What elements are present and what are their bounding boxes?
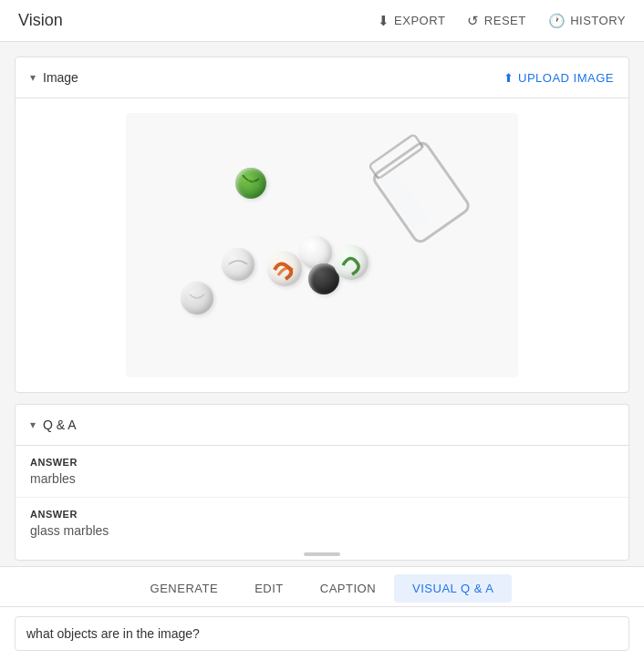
image-section-label: ▾ Image [30, 70, 78, 85]
marble-3 [222, 248, 254, 281]
answer-text-1: marbles [30, 471, 614, 486]
history-icon: 🕐 [548, 13, 566, 29]
tab-generate[interactable]: GENERATE [132, 574, 237, 603]
app-header: Vision ⬇ EXPORT ↺ RESET 🕐 HISTORY [0, 0, 644, 42]
marble-2 [181, 282, 213, 315]
image-display [126, 113, 518, 377]
qa-collapse-icon[interactable]: ▾ [30, 418, 36, 431]
marble-7 [334, 245, 369, 280]
upload-image-button[interactable]: ⬆ UPLOAD IMAGE [504, 71, 614, 85]
qa-label: Q & A [43, 418, 77, 432]
image-label: Image [43, 70, 78, 85]
qa-card: ▾ Q & A ANSWER marbles ANSWER glass marb… [15, 404, 629, 561]
export-button[interactable]: ⬇ EXPORT [378, 13, 446, 29]
reset-button[interactable]: ↺ RESET [467, 13, 525, 29]
answer-label-1: ANSWER [30, 457, 614, 468]
qa-card-header: ▾ Q & A [16, 405, 628, 446]
qa-item-1: ANSWER marbles [16, 446, 628, 498]
bottom-bar: GENERATE EDIT CAPTION VISUAL Q & A [0, 566, 644, 660]
answer-text-2: glass marbles [30, 523, 614, 538]
svg-rect-0 [371, 140, 471, 244]
collapse-icon[interactable]: ▾ [30, 71, 36, 84]
image-card-header: ▾ Image ⬆ UPLOAD IMAGE [16, 57, 628, 98]
image-card: ▾ Image ⬆ UPLOAD IMAGE [15, 57, 629, 393]
qa-answers: ANSWER marbles ANSWER glass marbles [16, 446, 628, 549]
header-actions: ⬇ EXPORT ↺ RESET 🕐 HISTORY [378, 13, 626, 29]
marble-1 [235, 168, 266, 199]
marble-4 [267, 252, 302, 286]
tab-visual-qa[interactable]: VISUAL Q & A [394, 574, 512, 603]
query-input[interactable] [15, 616, 629, 651]
app-title: Vision [18, 11, 359, 30]
qa-item-2: ANSWER glass marbles [16, 498, 628, 549]
jar-illustration [363, 122, 482, 250]
image-area [16, 98, 628, 392]
scroll-bar [304, 552, 340, 556]
main-content: ▾ Image ⬆ UPLOAD IMAGE [0, 42, 644, 575]
scroll-hint [16, 549, 628, 560]
reset-icon: ↺ [467, 13, 480, 29]
history-button[interactable]: 🕐 HISTORY [548, 13, 626, 29]
tabs-row: GENERATE EDIT CAPTION VISUAL Q & A [0, 567, 644, 607]
upload-icon: ⬆ [504, 71, 514, 85]
qa-section-label: ▾ Q & A [30, 418, 77, 432]
answer-label-2: ANSWER [30, 509, 614, 520]
tab-edit[interactable]: EDIT [236, 574, 302, 603]
export-icon: ⬇ [378, 13, 390, 29]
input-row [0, 607, 644, 660]
tab-caption[interactable]: CAPTION [302, 574, 394, 603]
